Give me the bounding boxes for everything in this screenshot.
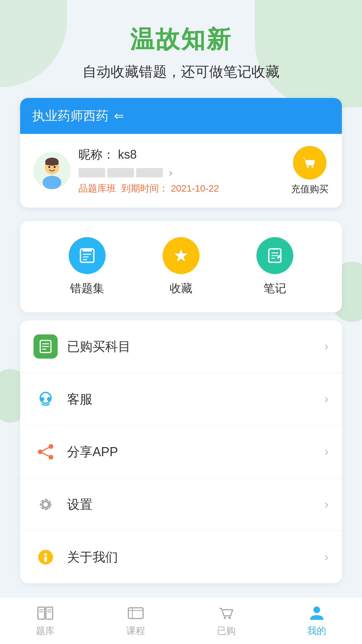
menu-item-customer-service[interactable]: 客服 › bbox=[20, 373, 342, 426]
nav-item-course[interactable]: 课程 bbox=[126, 604, 145, 637]
svg-point-46 bbox=[229, 616, 231, 619]
icon-item-notes[interactable]: 笔记 bbox=[256, 237, 293, 296]
wrong-set-label: 错题集 bbox=[70, 281, 104, 296]
notes-icon bbox=[265, 246, 284, 265]
menu-item-about-us[interactable]: 关于我们 › bbox=[20, 531, 342, 583]
page-content: 温故知新 自动收藏错题，还可做笔记收藏 执业药师西药 ⇐ bbox=[0, 0, 362, 630]
svg-marker-14 bbox=[174, 249, 188, 262]
header-section: 温故知新 自动收藏错题，还可做笔记收藏 bbox=[0, 0, 362, 91]
profile-arrow-icon[interactable]: › bbox=[169, 166, 173, 179]
svg-rect-3 bbox=[45, 162, 59, 165]
svg-point-47 bbox=[313, 606, 320, 613]
customer-service-icon-wrap bbox=[34, 387, 58, 411]
menu-section: 已购买科目 › 客服 › bbox=[20, 320, 342, 583]
nickname-value: ks8 bbox=[118, 148, 137, 161]
notes-circle bbox=[256, 237, 293, 274]
recharge-button[interactable]: 充值购买 bbox=[291, 146, 328, 196]
wrong-set-circle bbox=[69, 237, 106, 274]
purchased-subjects-arrow: › bbox=[324, 339, 328, 354]
svg-rect-35 bbox=[44, 556, 47, 562]
settings-arrow: › bbox=[324, 497, 328, 512]
settings-text: 设置 bbox=[67, 496, 324, 513]
expire-date: 2021-10-22 bbox=[171, 183, 219, 194]
svg-rect-42 bbox=[128, 608, 143, 619]
icon-item-wrong-set[interactable]: 错题集 bbox=[69, 237, 106, 296]
customer-service-text: 客服 bbox=[67, 391, 324, 408]
purchased-subjects-text: 已购买科目 bbox=[67, 338, 324, 355]
customer-service-arrow: › bbox=[324, 392, 328, 406]
share-icon bbox=[36, 442, 56, 462]
profile-nickname: 昵称： ks8 bbox=[78, 147, 219, 163]
bottom-nav: 题库 课程 已购 我的 bbox=[0, 597, 362, 644]
nickname-label: 昵称： bbox=[78, 148, 115, 161]
nav-label-question-bank: 题库 bbox=[36, 625, 55, 637]
id-box-3 bbox=[136, 168, 163, 177]
expire-text: 到期时间： 2021-10-22 bbox=[121, 182, 219, 195]
nav-item-purchased[interactable]: 已购 bbox=[217, 604, 236, 637]
profile-section[interactable]: 昵称： ks8 › 品题库班 bbox=[20, 134, 342, 208]
profile-badge: 品题库班 bbox=[78, 182, 116, 195]
expire-label: 到期时间： bbox=[121, 183, 168, 194]
id-box-1 bbox=[78, 168, 105, 177]
favorites-circle bbox=[163, 237, 199, 274]
back-icon: ⇐ bbox=[114, 109, 124, 123]
quick-icons-section: 错题集 收藏 笔记 bbox=[20, 221, 342, 312]
svg-point-8 bbox=[311, 166, 313, 168]
svg-point-45 bbox=[224, 616, 226, 619]
nav-label-purchased: 已购 bbox=[217, 625, 236, 637]
avatar bbox=[34, 152, 70, 189]
favorites-label: 收藏 bbox=[170, 281, 192, 296]
wrong-set-icon bbox=[78, 246, 97, 265]
page-title: 温故知新 bbox=[13, 23, 349, 56]
svg-point-31 bbox=[43, 501, 49, 507]
nav-label-course: 课程 bbox=[126, 625, 145, 637]
menu-item-share-app[interactable]: 分享APP › bbox=[20, 426, 342, 478]
profile-info: 昵称： ks8 › 品题库班 bbox=[78, 147, 219, 195]
about-us-icon-wrap bbox=[34, 545, 58, 569]
star-icon bbox=[172, 246, 190, 265]
about-us-text: 关于我们 bbox=[67, 549, 324, 566]
nav-label-mine: 我的 bbox=[307, 625, 326, 637]
question-bank-nav-icon bbox=[37, 604, 54, 622]
card-header-text: 执业药师西药 bbox=[32, 107, 109, 124]
profile-id-row: › bbox=[78, 166, 219, 179]
nav-item-question-bank[interactable]: 题库 bbox=[36, 604, 55, 637]
about-us-arrow: › bbox=[324, 550, 328, 564]
mine-nav-icon bbox=[308, 604, 325, 622]
headset-icon bbox=[36, 389, 56, 409]
menu-item-settings[interactable]: 设置 › bbox=[20, 478, 342, 531]
svg-rect-10 bbox=[82, 249, 92, 252]
svg-line-30 bbox=[40, 452, 51, 457]
recharge-label: 充值购买 bbox=[291, 183, 328, 196]
main-card: 执业药师西药 ⇐ bbox=[20, 98, 342, 208]
share-app-text: 分享APP bbox=[67, 443, 324, 461]
id-box-2 bbox=[107, 168, 134, 177]
svg-rect-37 bbox=[46, 607, 53, 619]
settings-icon-wrap bbox=[34, 492, 58, 517]
svg-point-24 bbox=[40, 397, 44, 401]
svg-line-29 bbox=[40, 446, 51, 452]
icon-item-favorites[interactable]: 收藏 bbox=[163, 237, 199, 296]
purchased-subjects-icon-wrap bbox=[34, 334, 58, 359]
share-app-arrow: › bbox=[324, 445, 328, 459]
badge-text: 品题库班 bbox=[78, 183, 116, 194]
profile-id-boxes bbox=[78, 168, 163, 177]
page-subtitle: 自动收藏错题，还可做笔记收藏 bbox=[13, 62, 349, 81]
purchased-nav-icon bbox=[218, 604, 235, 622]
cart-icon bbox=[300, 153, 319, 172]
gear-icon bbox=[36, 494, 56, 515]
about-icon bbox=[36, 547, 56, 567]
menu-item-purchased-subjects[interactable]: 已购买科目 › bbox=[20, 320, 342, 373]
profile-badge-row: 品题库班 到期时间： 2021-10-22 bbox=[78, 182, 219, 195]
svg-point-25 bbox=[47, 397, 51, 401]
nav-item-mine[interactable]: 我的 bbox=[307, 604, 326, 637]
svg-point-6 bbox=[54, 166, 56, 168]
share-app-icon-wrap bbox=[34, 440, 58, 464]
svg-point-7 bbox=[307, 166, 309, 168]
svg-point-5 bbox=[48, 166, 50, 168]
svg-rect-36 bbox=[38, 607, 45, 619]
notes-label: 笔记 bbox=[263, 281, 286, 296]
avatar-svg bbox=[34, 152, 70, 189]
svg-point-4 bbox=[43, 176, 61, 189]
section-divider-1 bbox=[0, 214, 362, 221]
